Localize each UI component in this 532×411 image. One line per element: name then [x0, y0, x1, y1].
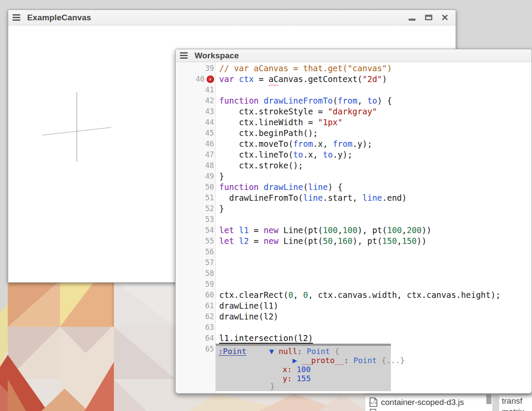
code-line[interactable]: 43 ctx.strokeStyle = "darkgray" — [176, 106, 532, 117]
window-title: ExampleCanvas — [27, 13, 91, 22]
line-number: 60 — [205, 290, 214, 300]
line-number: 55 — [205, 236, 214, 247]
code-line[interactable]: 61drawLine(l1) — [176, 300, 532, 311]
inspector-handle[interactable] — [216, 344, 391, 346]
line-number: 42 — [205, 95, 214, 106]
file-name-label: container-scoped-d3.js — [381, 398, 464, 407]
code-line[interactable]: 41 — [176, 85, 532, 95]
window-menu-icon[interactable] — [180, 52, 188, 59]
code-text: ctx.stroke(); — [216, 160, 303, 171]
inspector-close-brace: } — [270, 382, 275, 391]
code-text: l1.intersection(l2) — [216, 333, 313, 344]
code-text: } — [216, 171, 224, 182]
code-text: function drawLine(line) { — [216, 182, 343, 193]
line-number: 46 — [205, 139, 214, 149]
workspace-titlebar[interactable]: Workspace — [176, 49, 532, 62]
inspector-prop-x: x: 100 — [283, 365, 311, 374]
inspector-root-row: ▼ null: Point { — [269, 347, 340, 356]
code-line[interactable]: 63 — [176, 322, 532, 333]
code-line[interactable]: 54let l1 = new Line(pt(100,100), pt(100,… — [176, 225, 532, 236]
example-canvas-titlebar[interactable]: ExampleCanvas ✕ — [8, 10, 456, 25]
side-list-item-matrix[interactable]: matrix — [499, 407, 532, 411]
line-number: 56 — [205, 247, 214, 257]
code-line[interactable]: 45 ctx.beginPath(); — [176, 128, 532, 139]
line-number: 40 — [196, 74, 205, 85]
code-text: ctx.lineWidth = "1px" — [216, 117, 343, 128]
file-list-item[interactable]: </> container-scoped-d3.js — [365, 394, 492, 407]
code-line[interactable]: 55let l2 = new Line(pt(50,160), pt(150,1… — [176, 236, 532, 247]
line-number: 57 — [205, 257, 214, 268]
code-line[interactable]: 42function drawLineFromTo(from, to) { — [176, 95, 532, 106]
next-file-item-partial[interactable] — [370, 409, 376, 411]
code-line[interactable]: 58 — [176, 268, 532, 279]
line-number: 54 — [205, 225, 214, 236]
code-line[interactable]: 53 — [176, 214, 532, 225]
line-number: 62 — [205, 311, 214, 322]
code-line[interactable]: 59 — [176, 279, 532, 290]
code-line[interactable]: 52} — [176, 203, 532, 214]
line-number: 39 — [205, 63, 214, 74]
side-list-item-transf[interactable]: transf — [499, 394, 532, 406]
error-icon[interactable]: ✕ — [207, 76, 214, 83]
code-line[interactable]: 51 drawLineFromTo(line.start, line.end) — [176, 193, 532, 203]
collapsed-arrow-icon[interactable]: ▶ — [293, 356, 297, 365]
code-line[interactable]: 49} — [176, 171, 532, 182]
code-text: ctx.strokeStyle = "darkgray" — [216, 106, 377, 117]
inspector-result-link[interactable]: :Point — [218, 347, 246, 356]
code-line[interactable]: 46 ctx.moveTo(from.x, from.y); — [176, 139, 532, 149]
code-line[interactable]: 44 ctx.lineWidth = "1px" — [176, 117, 532, 128]
code-text: ctx.clearRect(0, 0, ctx.canvas.width, ct… — [216, 290, 501, 300]
code-line[interactable]: 60ctx.clearRect(0, 0, ctx.canvas.width, … — [176, 290, 532, 300]
file-browser-panel: </> container-scoped-d3.js — [365, 394, 492, 411]
close-button[interactable]: ✕ — [440, 13, 450, 22]
window-title: Workspace — [195, 51, 239, 60]
line-number: 52 — [205, 203, 214, 214]
code-text: ctx.lineTo(to.x, to.y); — [216, 149, 353, 160]
window-menu-icon[interactable] — [13, 14, 20, 21]
line-number: 53 — [205, 214, 214, 225]
file-panel-scrollbar[interactable] — [486, 395, 491, 404]
code-text: let l2 = new Line(pt(50,160), pt(150,150… — [216, 236, 427, 247]
code-text: function drawLineFromTo(from, to) { — [216, 95, 392, 106]
code-text: drawLine(l2) — [216, 311, 278, 322]
line-number: 59 — [205, 279, 214, 290]
line-number: 48 — [205, 160, 214, 171]
expand-arrow-icon[interactable]: ▼ — [269, 347, 274, 356]
code-line[interactable]: 57 — [176, 257, 532, 268]
line-number: 47 — [205, 149, 214, 160]
object-inspector[interactable]: :Point ▼ null: Point { ▶ __proto__: Poin… — [216, 344, 391, 391]
line-number: 49 — [205, 171, 214, 182]
code-line[interactable]: 62drawLine(l2) — [176, 311, 532, 322]
code-text: ctx.beginPath(); — [216, 128, 318, 139]
code-line[interactable]: 56 — [176, 247, 532, 257]
code-text: } — [216, 203, 224, 214]
code-line[interactable]: 64l1.intersection(l2) — [176, 333, 532, 344]
code-text: // var aCanvas = that.get("canvas") — [216, 63, 392, 74]
line-number: 64 — [205, 333, 214, 344]
line-number: 65 — [205, 344, 214, 354]
desktop: </> container-scoped-d3.js transf matrix… — [0, 0, 532, 411]
code-line-65: 65 :Point ▼ null: Point { ▶ __proto__: P… — [176, 344, 532, 391]
line-number: 58 — [205, 268, 214, 279]
line-number: 43 — [205, 106, 214, 117]
line-number: 61 — [205, 300, 214, 311]
minimize-button[interactable] — [407, 13, 417, 22]
code-line[interactable]: 50function drawLine(line) { — [176, 182, 532, 193]
code-line[interactable]: 47 ctx.lineTo(to.x, to.y); — [176, 149, 532, 160]
side-list-panel: transf matrix — [499, 394, 532, 411]
minimize-icon — [409, 19, 416, 21]
maximize-button[interactable] — [424, 13, 433, 22]
code-line[interactable]: 48 ctx.stroke(); — [176, 160, 532, 171]
code-file-icon: </> — [369, 397, 378, 407]
code-text: let l1 = new Line(pt(100,100), pt(100,20… — [216, 225, 431, 236]
svg-text:</>: </> — [370, 401, 377, 405]
code-text: drawLineFromTo(line.start, line.end) — [216, 193, 407, 203]
line-number: 51 — [205, 193, 214, 203]
inspector-prop-y: y: 155 — [283, 374, 311, 383]
code-editor[interactable]: 39// var aCanvas = that.get("canvas")40✕… — [176, 62, 532, 393]
code-line[interactable]: 40✕var ctx = aCanvas.getContext("2d") — [176, 74, 532, 85]
code-text: drawLine(l1) — [216, 300, 278, 311]
inspector-proto-row: ▶ __proto__: Point {...} — [293, 356, 405, 365]
close-icon: ✕ — [441, 13, 449, 22]
code-line[interactable]: 39// var aCanvas = that.get("canvas") — [176, 63, 532, 74]
